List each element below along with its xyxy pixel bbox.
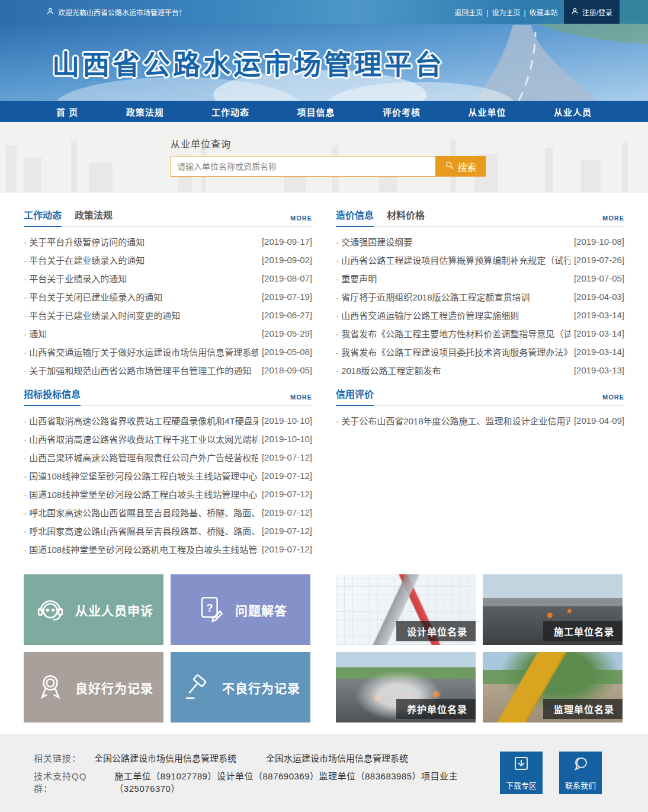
topbar-link[interactable]: 返回主页 xyxy=(454,7,488,17)
maintenance-directory-card[interactable]: 养护单位名录 xyxy=(336,652,476,723)
news-title-link[interactable]: 关于平台升级暂停访问的通知 xyxy=(24,235,258,248)
tab-cost-info[interactable]: 造价信息 xyxy=(336,207,374,227)
nav-item[interactable]: 政策法规 xyxy=(126,106,164,118)
promo-grid: 从业人员申诉 ? 问题解答 xyxy=(24,574,312,723)
nav-item[interactable]: 从业人员 xyxy=(554,106,592,118)
directory-grid: 设计单位名录 施工单位名录 养护单位名录 监理单位名录 xyxy=(336,574,624,723)
news-item: 重要声明 [2019-07-05] xyxy=(336,269,624,287)
news-item: 关于平台升级暂停访问的通知 [2019-09-17] xyxy=(24,232,312,251)
news-title-link[interactable]: 呼北国家高速公路山西省隰县至吉县段路基、桥隧、路面、交 xyxy=(24,506,258,519)
unit-search-input[interactable] xyxy=(171,156,436,177)
news-title-link[interactable]: 平台关于关闭已建业绩录入的通知 xyxy=(24,290,258,303)
site-title: 山西省公路水运市场管理平台 xyxy=(52,43,445,82)
qa-card[interactable]: ? 问题解答 xyxy=(171,574,310,645)
news-title-link[interactable]: 我省发布《公路工程主要地方性材料价差调整指导意见（试 xyxy=(336,327,570,340)
news-title-link[interactable]: 平台关于业绩录入的通知 xyxy=(24,272,258,284)
news-date: [2019-09-17] xyxy=(262,236,312,247)
supervision-directory-card[interactable]: 监理单位名录 xyxy=(483,652,623,723)
contact-us-button[interactable]: 联系我们 xyxy=(559,752,602,794)
register-login-button[interactable]: 注册/登录 xyxy=(564,0,620,24)
credit-more-link[interactable]: MORE xyxy=(602,394,624,405)
search-button[interactable]: 搜索 xyxy=(436,156,486,177)
news-title-link[interactable]: 平台关于已建业绩录入时间变更的通知 xyxy=(24,309,258,321)
nav-item[interactable]: 工作动态 xyxy=(211,106,249,118)
news-item: 呼北国家高速公路山西省隰县至吉县段路基、桥隧、路面、交 [2019-07-12] xyxy=(24,503,312,522)
good-record-label: 良好行为记录 xyxy=(75,679,153,696)
tab-work-news[interactable]: 工作动态 xyxy=(24,207,62,227)
bid-more-link[interactable]: MORE xyxy=(290,394,312,405)
news-title-link[interactable]: 2018版公路工程定额发布 xyxy=(336,364,570,376)
bad-record-card[interactable]: 不良行为记录 xyxy=(171,652,310,723)
tab-material-price[interactable]: 材料价格 xyxy=(387,207,425,226)
news-item: 山西吕梁环城高速公路管理有限责任公司户外广告经营权招标 [2019-07-12] xyxy=(24,448,312,466)
nav-item[interactable]: 评价考核 xyxy=(383,106,421,118)
news-title-link[interactable]: 省厅将于近期组织2018版公路工程定额宣贯培训 xyxy=(336,290,570,303)
news-date: [2019-07-12] xyxy=(262,526,312,536)
national-highway-credit-link[interactable]: 全国公路建设市场信用信息管理系统 xyxy=(94,752,236,764)
news-title-link[interactable]: 国道108线神堂堡至砂河段公路机电工程及白坡头主线站管理 xyxy=(24,543,258,555)
news-item: 山西省公路工程建设项目估算概算预算编制补充规定（试行） [2019-07-26] xyxy=(336,251,624,269)
maintenance-directory-label: 养护单位名录 xyxy=(396,699,476,719)
cost-more-link[interactable]: MORE xyxy=(602,215,624,226)
news-title-link[interactable]: 国道108线神堂堡至砂河段公路工程白坡头主线站管理中心、 xyxy=(24,469,258,482)
construction-directory-label: 施工单位名录 xyxy=(543,621,623,641)
headset-icon xyxy=(34,592,67,628)
qa-label: 问题解答 xyxy=(235,601,287,619)
news-title-link[interactable]: 山西吕梁环城高速公路管理有限责任公司户外广告经营权招标 xyxy=(24,451,258,463)
chat-bubbles-icon xyxy=(571,755,590,776)
news-title-link[interactable]: 关于加强和规范山西省公路市场管理平台管理工作的通知 xyxy=(24,364,258,376)
appeal-card[interactable]: 从业人员申诉 xyxy=(24,574,163,645)
cost-header: 造价信息 材料价格 MORE xyxy=(336,208,624,227)
news-item: 平台关于关闭已建业绩录入的通知 [2019-07-19] xyxy=(24,287,312,306)
news-title-link[interactable]: 山西省取消高速公路省界收费站工程硬盘录像机和4T硬盘采购 xyxy=(24,414,258,427)
bid-list: 山西省取消高速公路省界收费站工程硬盘录像机和4T硬盘采购 [2019-10-10… xyxy=(24,406,312,558)
news-date: [2019-05-08] xyxy=(262,347,312,357)
search-band: 从业单位查询 搜索 xyxy=(0,122,648,193)
topbar-link[interactable]: 设为主页 xyxy=(492,7,526,17)
news-date: [2019-10-10] xyxy=(262,434,312,444)
news-item: 交通强国建设纲要 [2019-10-08] xyxy=(336,232,624,251)
construction-directory-card[interactable]: 施工单位名录 xyxy=(483,574,623,645)
topbar-links: 返回主页 设为主页 收藏本站 xyxy=(454,7,557,17)
news-date: [2019-10-10] xyxy=(262,415,312,426)
news-title-link[interactable]: 山西省交通运输厅公路工程造价管理实施细则 xyxy=(336,309,570,321)
cost-list: 交通强国建设纲要 [2019-10-08] 山西省公路工程建设项目估算概算预算编… xyxy=(336,227,624,379)
auth-label: 注册/登录 xyxy=(582,7,612,17)
news-title-link[interactable]: 平台关于在建业绩录入的通知 xyxy=(24,254,258,266)
good-record-card[interactable]: 良好行为记录 xyxy=(24,652,163,723)
nav-item[interactable]: 首 页 xyxy=(56,106,78,118)
news-title-link[interactable]: 重要声明 xyxy=(336,272,570,284)
download-zone-button[interactable]: 下载专区 xyxy=(500,752,543,794)
search-icon xyxy=(445,161,454,172)
question-doc-icon: ? xyxy=(194,592,227,628)
work-news-header: 工作动态 政策法规 MORE xyxy=(24,208,312,227)
user-icon xyxy=(571,7,579,17)
news-date: [2019-06-27] xyxy=(262,310,312,320)
news-item: 山西省取消高速公路省界收费站工程硬盘录像机和4T硬盘采购 [2019-10-10… xyxy=(24,411,312,430)
news-date: [2019-03-14] xyxy=(574,310,624,320)
tab-credit-eval[interactable]: 信用评价 xyxy=(336,386,374,406)
site-banner: 山西省公路水运市场管理平台 xyxy=(0,24,648,101)
nav-item[interactable]: 项目信息 xyxy=(297,106,335,118)
news-title-link[interactable]: 国道108线神堂堡至砂河段公路工程白坡头主线站管理中心、 xyxy=(24,488,258,500)
work-more-link[interactable]: MORE xyxy=(290,215,312,226)
nav-item[interactable]: 从业单位 xyxy=(469,106,506,118)
news-title-link[interactable]: 关于公布山西省2018年度公路施工、监理和设计企业信用评 xyxy=(336,414,570,427)
news-title-link[interactable]: 山西省交通运输厅关于做好水运建设市场信用信息管理系统上 xyxy=(24,346,258,358)
work-news-list: 关于平台升级暂停访问的通知 [2019-09-17] 平台关于在建业绩录入的通知… xyxy=(24,227,312,379)
news-title-link[interactable]: 呼北国家高速公路山西省隰县至吉县段路基、桥隧、路面、交 xyxy=(24,525,258,537)
news-title-link[interactable]: 通知 xyxy=(24,327,258,340)
national-waterway-credit-link[interactable]: 全国水运建设市场信用信息管理系统 xyxy=(266,752,408,764)
news-title-link[interactable]: 交通强国建设纲要 xyxy=(336,235,570,248)
news-title-link[interactable]: 我省发布《公路工程建设项目委托技术咨询服务管理办法》 xyxy=(336,346,570,358)
news-date: [2019-03-13] xyxy=(574,365,624,375)
supervision-directory-label: 监理单位名录 xyxy=(543,699,623,719)
topbar: 欢迎光临山西省公路水运市场管理平台！ 返回主页 设为主页 收藏本站 注册/登录 xyxy=(0,0,648,24)
news-title-link[interactable]: 山西省公路工程建设项目估算概算预算编制补充规定（试行） xyxy=(336,254,570,266)
topbar-link[interactable]: 收藏本站 xyxy=(530,7,558,17)
tab-policy[interactable]: 政策法规 xyxy=(75,207,113,226)
design-directory-card[interactable]: 设计单位名录 xyxy=(336,574,476,645)
news-title-link[interactable]: 山西省取消高速公路省界收费站工程千兆工业以太网光端机采 xyxy=(24,433,258,445)
news-date: [2019-08-07] xyxy=(262,273,312,283)
tab-bid-info[interactable]: 招标投标信息 xyxy=(24,386,81,406)
